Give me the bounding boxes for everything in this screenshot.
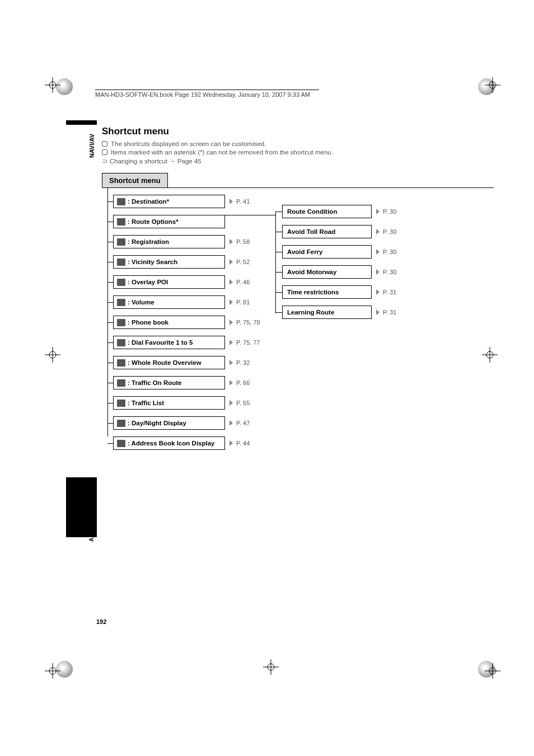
page-ref-text: P. 47 — [236, 420, 250, 426]
crop-mark-icon — [485, 77, 500, 93]
page-ref-text: P. 30 — [383, 228, 396, 235]
triangle-icon — [229, 239, 233, 245]
submenu-item: Avoid Toll Road — [282, 225, 372, 238]
crop-mark-icon — [263, 659, 279, 675]
menu-item-label: : Registration — [128, 238, 169, 245]
page-ref: P. 52 — [226, 255, 250, 269]
note-text: Page 45 — [177, 158, 202, 165]
page-ref: P. 41 — [226, 195, 250, 208]
triangle-icon — [229, 340, 233, 345]
menu-item: : Day/Night Display — [113, 416, 225, 430]
menu-item: : Whole Route Overview — [113, 356, 225, 369]
side-label-top: NAVI/AV — [88, 134, 95, 158]
tree-line — [107, 222, 113, 222]
crop-mark-icon — [45, 347, 60, 363]
submenu-item-row: Learning Route P. 31 — [275, 306, 396, 319]
submenu-item-row: Route Condition P. 30 — [275, 205, 396, 218]
phone-book-icon — [117, 319, 125, 326]
menu-item: : Traffic On Route — [113, 376, 225, 389]
submenu-item-row: Avoid Toll Road P. 30 — [275, 225, 396, 238]
destination-icon — [117, 198, 125, 205]
menu-item: : Address Book Icon Display — [113, 436, 225, 450]
triangle-icon — [229, 420, 233, 426]
tree-line — [275, 212, 282, 212]
page-ref-text: P. 32 — [236, 359, 250, 366]
menu-heading: Shortcut menu — [102, 173, 168, 187]
triangle-icon — [376, 209, 380, 214]
menu-item: : Route Options* — [113, 215, 225, 228]
note-text: Changing a shortcut — [110, 158, 167, 165]
page-title: Shortcut menu — [102, 126, 494, 137]
submenu: Route Condition P. 30 Avoid Toll Road P.… — [275, 205, 396, 326]
submenu-item: Time restrictions — [282, 285, 372, 299]
section-marker — [66, 120, 97, 125]
page-ref: P. 75, 78 — [226, 316, 260, 329]
tree-line — [107, 302, 113, 303]
tree-line — [107, 403, 113, 403]
menu-item-label: : Day/Night Display — [128, 420, 186, 426]
arrow-icon: → — [169, 158, 176, 165]
note-text: The shortcuts displayed on screen can be… — [111, 140, 266, 147]
menu-item-label: : Dial Favourite 1 to 5 — [128, 339, 193, 346]
dial-favourite-icon — [117, 339, 125, 346]
menu-item-label: : Vicinity Search — [128, 259, 177, 265]
page-ref: P. 75, 77 — [226, 336, 260, 349]
page-ref: P. 30 — [373, 265, 396, 279]
triangle-icon — [229, 299, 233, 305]
menu-item-label: : Volume — [128, 299, 154, 306]
bullet-icon — [102, 141, 107, 147]
submenu-item-row: Avoid Motorway P. 30 — [275, 265, 396, 279]
page-ref: P. 46 — [226, 275, 250, 289]
page-ref: P. 47 — [226, 416, 250, 430]
submenu-item: Learning Route — [282, 306, 372, 319]
submenu-item: Route Condition — [282, 205, 372, 218]
menu-item-label: : Whole Route Overview — [128, 359, 202, 366]
page-ref-text: P. 75, 77 — [236, 339, 260, 346]
page-ref-text: P. 66 — [236, 379, 250, 386]
page-ref-text: P. 81 — [236, 299, 250, 306]
menu-item-row: : Whole Route Overview P. 32 — [102, 356, 494, 369]
tree-line — [107, 322, 113, 323]
page-ref-text: P. 41 — [236, 198, 250, 205]
tree-line — [107, 282, 113, 283]
volume-icon — [117, 299, 125, 306]
menu-item-row: : Dial Favourite 1 to 5 P. 75, 77 — [102, 336, 494, 349]
note-line: Items marked with an asterisk (*) can no… — [102, 149, 494, 156]
page-ref-text: P. 30 — [383, 208, 396, 215]
crop-mark-icon — [45, 663, 60, 679]
page-ref: P. 30 — [373, 225, 396, 238]
page-ref-text: P. 30 — [383, 269, 396, 275]
day-night-icon — [117, 420, 125, 427]
traffic-on-route-icon — [117, 379, 125, 387]
menu-item-label: : Phone book — [128, 319, 168, 326]
crop-mark-icon — [45, 77, 60, 93]
page-ref: P. 32 — [226, 356, 250, 369]
menu-item: : Dial Favourite 1 to 5 — [113, 336, 225, 349]
tree-line — [107, 201, 113, 202]
menu-item: : Phone book — [113, 316, 225, 329]
menu-item-row: : Day/Night Display P. 47 — [102, 416, 494, 430]
triangle-icon — [376, 309, 380, 315]
page-number: 192 — [96, 618, 106, 625]
page-ref: P. 31 — [373, 285, 396, 299]
triangle-icon — [229, 259, 233, 265]
menu-item-row: : Traffic On Route P. 66 — [102, 376, 494, 389]
tree-line — [107, 383, 113, 383]
page-ref: P. 30 — [373, 245, 396, 259]
tree-line — [107, 242, 113, 242]
submenu-item-row: Avoid Ferry P. 30 — [275, 245, 396, 259]
tree-line — [275, 252, 282, 252]
menu-item: : Traffic List — [113, 396, 225, 410]
route-options-icon — [117, 218, 125, 226]
address-book-icon-display-icon — [117, 440, 125, 447]
tree-line — [275, 292, 282, 293]
side-label-bottom: Appendix — [88, 515, 95, 542]
triangle-icon — [229, 320, 233, 325]
note-line: The shortcuts displayed on screen can be… — [102, 140, 494, 147]
page-ref: P. 58 — [226, 235, 250, 248]
note-text: Items marked with an asterisk (*) can no… — [111, 149, 333, 156]
page-ref-text: P. 31 — [383, 309, 396, 316]
menu-item-label: : Address Book Icon Display — [128, 440, 215, 447]
menu-item-label: : Destination* — [128, 198, 169, 205]
menu-item-label: : Route Options* — [128, 218, 179, 225]
